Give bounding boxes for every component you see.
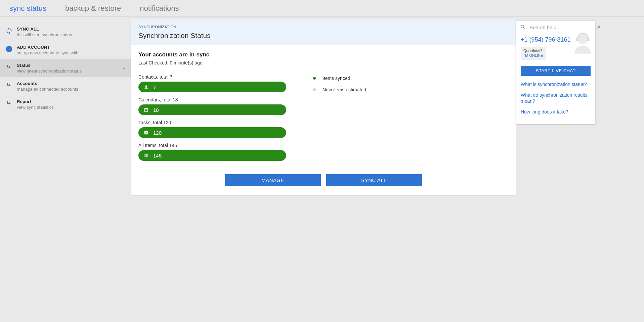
search-icon [520, 24, 526, 30]
layout: SYNC ALL this will start synchronization… [0, 17, 644, 322]
bar-contacts: 7 [138, 82, 286, 92]
tab-notifications[interactable]: notifications [134, 1, 185, 16]
sidebar-item-sub: manage all connected accounts [17, 87, 126, 92]
plus-circle-icon [5, 45, 13, 53]
sidebar: SYNC ALL this will start synchronization… [0, 17, 131, 322]
bar-label-all: All Items, total 145 [138, 143, 286, 148]
subitem-arrow-icon [5, 63, 13, 72]
bubble-online: I'M ONLINE [523, 53, 543, 57]
sidebar-item-sync-all[interactable]: SYNC ALL this will start synchronization [0, 23, 131, 41]
dot-grey-icon [313, 88, 316, 91]
help-search-row: ✕ [516, 21, 595, 32]
person-icon [143, 84, 149, 90]
status-headline: Your accounts are in-sync [138, 51, 508, 58]
chevron-right-icon: › [123, 65, 125, 71]
sync-all-button[interactable]: SYNC ALL [326, 174, 422, 186]
bar-value: 145 [153, 153, 162, 158]
tab-sync-status[interactable]: sync status [3, 1, 52, 16]
dot-green-icon [313, 77, 316, 80]
manage-button[interactable]: MANAGE [225, 174, 321, 186]
start-live-chat-button[interactable]: START LIVE CHAT [521, 66, 591, 76]
legend: Items synced New items estimated [313, 74, 366, 166]
sidebar-item-accounts[interactable]: Accounts manage all connected accounts [0, 77, 131, 95]
calendar-icon [143, 107, 149, 113]
help-link-results-mean[interactable]: What do synchronization results mean? [521, 92, 591, 104]
bar-label-contacts: Contacts, total 7 [138, 74, 286, 80]
help-link-how-long[interactable]: How long does it take? [521, 109, 591, 115]
bar-value: 18 [153, 107, 159, 113]
sidebar-item-sub: set up new account to sync with [17, 50, 126, 55]
sidebar-item-report[interactable]: Report view sync statistics [0, 95, 131, 113]
card-header: SYNCHRONIZATION Synchronization Status [131, 19, 516, 45]
sidebar-item-label: SYNC ALL [17, 27, 126, 32]
status-last-checked: Last Checked: 0 minute(s) ago [138, 60, 508, 65]
bar-tasks: 120 [138, 127, 286, 138]
bar-label-tasks: Tasks, total 120 [138, 120, 286, 125]
close-icon[interactable]: ✕ [597, 24, 601, 30]
sidebar-item-add-account[interactable]: ADD ACCOUNT set up new account to sync w… [0, 41, 131, 59]
sidebar-item-label: Report [17, 99, 126, 104]
sidebar-item-label: ADD ACCOUNT [17, 45, 126, 50]
card-body: Your accounts are in-sync Last Checked: … [131, 45, 516, 195]
legend-synced: Items synced [313, 76, 366, 81]
clipboard-check-icon [143, 130, 149, 136]
bar-value: 120 [153, 130, 162, 136]
help-phone: +1 (954) 796-8161 [521, 36, 591, 43]
subitem-arrow-icon [5, 81, 13, 90]
sidebar-item-label: Accounts [17, 81, 126, 86]
bar-value: 7 [153, 84, 156, 90]
sidebar-item-status[interactable]: Status view latest synchronization statu… [0, 59, 131, 77]
status-card: SYNCHRONIZATION Synchronization Status Y… [131, 19, 516, 195]
card-eyebrow: SYNCHRONIZATION [138, 25, 508, 29]
tab-backup-restore[interactable]: backup & restore [59, 1, 127, 16]
sidebar-item-sub: this will start synchronization [17, 32, 126, 37]
legend-label: Items synced [323, 76, 350, 81]
help-links: What is synchronization status? What do … [521, 81, 591, 115]
list-icon [143, 152, 149, 158]
help-panel: ✕ +1 (954) 796-8161 Questions? I'M ONLIN… [516, 21, 595, 124]
sidebar-item-sub: view sync statistics [17, 105, 126, 110]
status-bars: Contacts, total 7 7 Calendars, total 18 [138, 74, 286, 166]
legend-estimated: New items estimated [313, 87, 366, 92]
top-nav: sync status backup & restore notificatio… [0, 0, 644, 17]
bubble-question: Questions? [523, 49, 542, 53]
subitem-arrow-icon [5, 99, 13, 108]
sync-icon [5, 27, 13, 35]
help-search-input[interactable] [529, 25, 593, 30]
sidebar-item-sub: view latest synchronization status [17, 68, 123, 74]
sidebar-item-label: Status [17, 63, 123, 68]
card-title: Synchronization Status [138, 32, 508, 40]
bar-calendars: 18 [138, 104, 286, 115]
help-link-sync-status[interactable]: What is synchronization status? [521, 81, 591, 87]
legend-label: New items estimated [323, 87, 366, 92]
bar-label-calendars: Calendars, total 18 [138, 97, 286, 102]
action-buttons: MANAGE SYNC ALL [138, 174, 508, 186]
help-status-bubble: Questions? I'M ONLINE [521, 47, 546, 60]
main: SYNCHRONIZATION Synchronization Status Y… [131, 17, 644, 322]
bar-all-items: 145 [138, 150, 286, 161]
